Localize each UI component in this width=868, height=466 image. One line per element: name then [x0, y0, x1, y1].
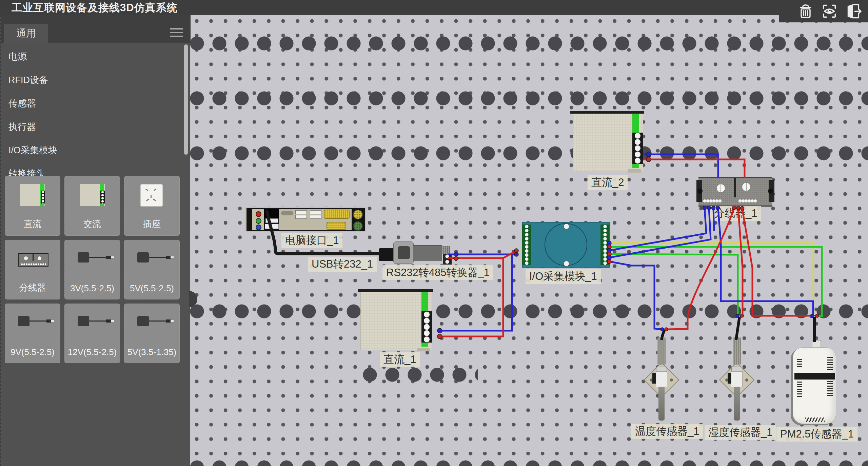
sidebar-item-power[interactable]: 电源 — [1, 45, 191, 69]
adapter-icon — [65, 240, 120, 281]
device-label: RS232转485转换器_1 — [382, 265, 493, 280]
adapter-icon — [124, 304, 179, 345]
adapter-icon — [65, 304, 120, 345]
adapter-icon — [124, 240, 179, 281]
device-label: PM2.5传感器_1 — [776, 427, 857, 442]
rs232-converter-device[interactable] — [379, 241, 452, 265]
delete-icon[interactable] — [797, 2, 814, 20]
palette-item-dc[interactable]: 直流 — [5, 176, 60, 236]
adapter-icon — [5, 304, 60, 345]
sidebar-item-actuator[interactable]: 执行器 — [1, 115, 191, 139]
sidebar-item-rfid[interactable]: RFID设备 — [1, 69, 191, 92]
device-palette: 直流 交流 插座 — [5, 176, 186, 363]
palette-item-5v[interactable]: 5V(5.5-2.5) — [124, 240, 180, 299]
splitter-device[interactable] — [698, 177, 772, 207]
socket-icon — [124, 176, 179, 217]
pegboard-row — [190, 91, 868, 105]
io-module-device[interactable] — [522, 222, 610, 268]
dc-power-device-1[interactable] — [360, 291, 432, 350]
header-bar: 工业互联网设备及接线3D仿真系统 — [0, 0, 868, 15]
app-title: 工业互联网设备及接线3D仿真系统 — [0, 0, 868, 16]
device-label: 分线器_1 — [710, 206, 761, 221]
pegboard-row — [190, 36, 868, 51]
dc-power-icon — [5, 176, 60, 217]
device-label: USB转232_1 — [308, 257, 377, 272]
device-label: 直流_2 — [588, 175, 628, 190]
sidebar: 通用 电源 RFID设备 传感器 执行器 I/O采集模块 转换接头 直流 交流 — [0, 15, 190, 466]
device-label: I/O采集模块_1 — [526, 269, 601, 284]
dc-power-device-2[interactable] — [573, 113, 643, 171]
sidebar-scrollbar[interactable] — [184, 44, 188, 155]
app-window: 工业互联网设备及接线3D仿真系统 — [0, 0, 868, 466]
pm25-sensor-device[interactable] — [793, 340, 837, 425]
humidity-sensor-device[interactable] — [719, 337, 754, 424]
temperature-sensor-device[interactable] — [644, 337, 679, 424]
splitter-icon — [5, 240, 60, 281]
pegboard-row — [190, 460, 868, 466]
pegboard-row — [190, 146, 868, 160]
pegboard-row — [363, 368, 478, 382]
device-label: 直流_1 — [380, 352, 420, 367]
toolbar — [779, 0, 868, 22]
computer-interface-device[interactable] — [245, 207, 366, 232]
view-focus-icon[interactable] — [821, 2, 838, 20]
menu-icon[interactable] — [170, 28, 183, 38]
tab-general[interactable]: 通用 — [4, 24, 48, 43]
pegboard-row — [190, 304, 868, 318]
palette-item-ac[interactable]: 交流 — [64, 176, 120, 236]
sidebar-tabstrip: 通用 — [1, 15, 191, 43]
sidebar-item-io-module[interactable]: I/O采集模块 — [1, 139, 191, 162]
sidebar-item-sensor[interactable]: 传感器 — [1, 92, 191, 115]
device-label: 湿度传感器_1 — [705, 425, 776, 440]
palette-item-9v[interactable]: 9V(5.5-2.5) — [5, 304, 60, 363]
palette-item-socket[interactable]: 插座 — [124, 176, 180, 236]
palette-item-12v[interactable]: 12V(5.5-2.5) — [64, 304, 120, 363]
category-menu: 电源 RFID设备 传感器 执行器 I/O采集模块 转换接头 — [1, 45, 191, 186]
palette-item-3v[interactable]: 3V(5.5-2.5) — [64, 240, 120, 299]
exit-icon[interactable] — [844, 2, 862, 20]
palette-item-5v-small[interactable]: 5V(3.5-1.35) — [124, 304, 180, 363]
ac-power-icon — [65, 176, 120, 217]
device-label: 电脑接口_1 — [281, 233, 342, 248]
device-label: 温度传感器_1 — [631, 424, 703, 439]
palette-item-splitter[interactable]: 分线器 — [5, 240, 60, 299]
